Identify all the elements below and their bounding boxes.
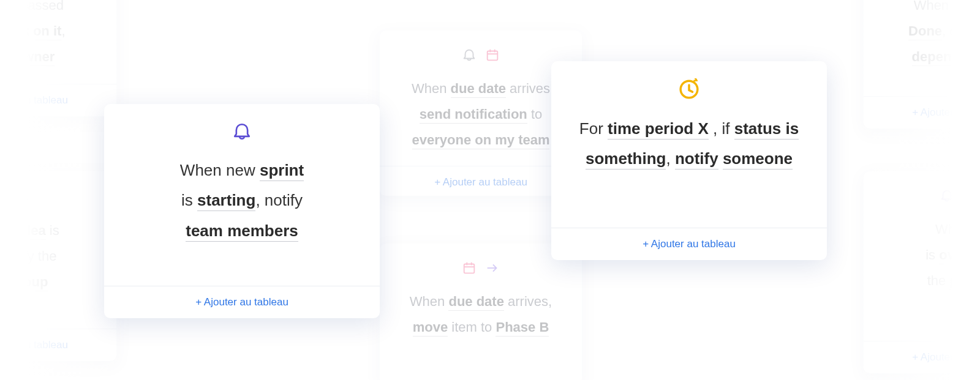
param-someone[interactable]: someone [723,149,793,170]
fade-overlay-right [845,0,980,380]
automation-card-sprint-notify: When new sprint is starting, notify team… [104,104,380,318]
calendar-icon [485,48,500,65]
automation-card-time-status-notify: For time period X , if status is somethi… [551,61,827,260]
param-something[interactable]: something [586,149,666,170]
automation-card-bg-mid-bottom: When due date arrives, move item to Phas… [380,244,582,380]
param-sprint[interactable]: sprint [260,161,304,181]
add-to-board-link[interactable]: + Ajouter au tableau [434,176,527,188]
add-to-board-link[interactable]: + Ajouter au tableau [643,238,736,250]
add-to-board-link[interactable]: + Ajouter au tableau [195,296,288,308]
param-status-is[interactable]: status is [734,119,799,140]
card-rule-text: For time period X , if status is somethi… [579,114,799,174]
arrow-right-icon [485,261,500,278]
card-rule-text: When due date arrives, move item to Phas… [410,289,552,340]
card-rule-text: When new sprint is starting, notify team… [180,155,304,246]
param-time-period[interactable]: time period X [608,119,709,140]
calendar-icon [462,261,477,278]
card-rule-text: When due date arrives send notification … [412,76,550,152]
param-notify[interactable]: notify [675,149,718,170]
clock-refresh-icon [678,78,700,103]
bell-icon [462,48,477,65]
param-team-members[interactable]: team members [186,222,298,242]
param-starting[interactable]: starting [197,191,255,211]
bell-icon [232,121,252,144]
